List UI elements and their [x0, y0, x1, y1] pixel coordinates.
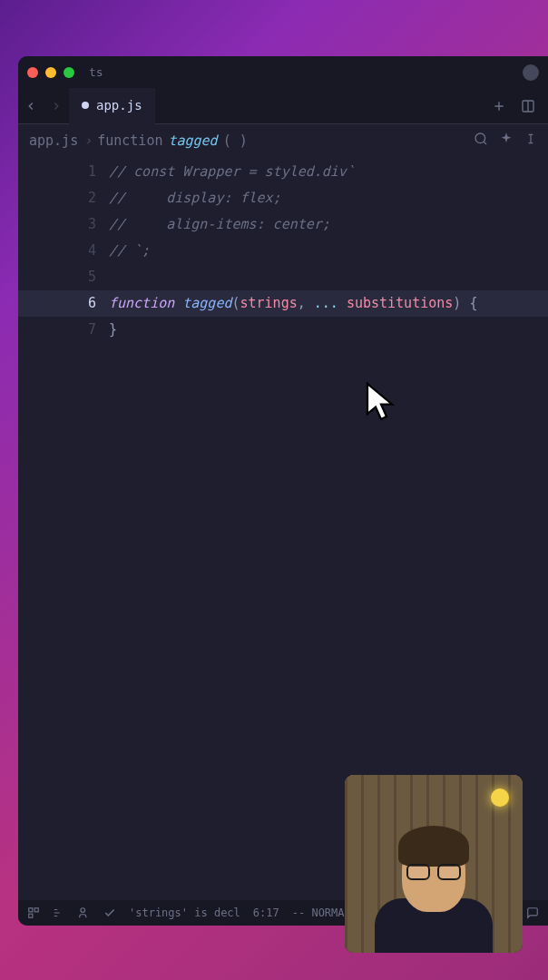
line-number: 5: [18, 264, 96, 290]
tab-label: app.js: [96, 98, 142, 113]
code-line[interactable]: // align-items: center;: [109, 211, 548, 238]
breadcrumb-keyword: function: [97, 132, 162, 149]
webcam-overlay: [345, 775, 523, 953]
code-line[interactable]: // `;: [109, 238, 548, 264]
breadcrumb-file[interactable]: app.js: [29, 132, 78, 149]
avatar[interactable]: [523, 64, 539, 81]
tree-icon[interactable]: [53, 906, 65, 919]
breadcrumb-separator: ›: [83, 132, 92, 149]
feedback-icon[interactable]: [526, 906, 539, 919]
sparkle-icon[interactable]: [499, 132, 514, 150]
forward-button[interactable]: [44, 93, 69, 119]
new-tab-button[interactable]: [486, 93, 512, 119]
breadcrumb-params: ( ): [223, 132, 248, 149]
cursor-text-icon[interactable]: [524, 131, 537, 151]
svg-line-3: [484, 142, 486, 144]
svg-rect-6: [29, 914, 33, 917]
layout-icon[interactable]: [27, 906, 40, 919]
close-button[interactable]: [27, 67, 38, 78]
cursor-position[interactable]: 6:17: [253, 906, 279, 919]
titlebar: ts: [18, 56, 548, 88]
svg-point-2: [475, 133, 485, 143]
line-number: 7: [18, 317, 96, 343]
line-number: 2: [18, 185, 96, 211]
line-number: 1: [18, 159, 96, 185]
breadcrumb-function[interactable]: tagged: [168, 132, 217, 149]
mouse-cursor-icon: [365, 381, 397, 428]
svg-rect-5: [34, 908, 38, 912]
code-line[interactable]: // const Wrapper = styled.div`: [109, 159, 548, 185]
people-icon[interactable]: [78, 906, 91, 919]
svg-rect-4: [29, 908, 33, 912]
tab-app-js[interactable]: app.js: [69, 88, 155, 124]
breadcrumb: app.js › function tagged ( ): [18, 124, 548, 157]
search-icon[interactable]: [474, 132, 488, 150]
code-line[interactable]: [109, 264, 548, 290]
minimize-button[interactable]: [45, 67, 56, 78]
tabbar: app.js: [18, 88, 548, 124]
diagnostic-text[interactable]: 'strings' is decl: [129, 906, 240, 919]
line-number: 6⚡: [18, 290, 96, 317]
code-line[interactable]: // display: flex;: [109, 185, 548, 211]
check-icon[interactable]: [103, 906, 116, 919]
window-title: ts: [89, 65, 103, 79]
svg-point-7: [81, 908, 85, 913]
line-number: 4: [18, 238, 96, 264]
modified-indicator-icon: [82, 102, 89, 109]
maximize-button[interactable]: [64, 67, 74, 78]
split-editor-button[interactable]: [515, 93, 541, 119]
line-number-gutter: 123456⚡7: [18, 157, 109, 900]
traffic-lights: [27, 67, 74, 78]
back-button[interactable]: [18, 93, 44, 119]
code-line[interactable]: }: [109, 317, 548, 343]
line-number: 3: [18, 211, 96, 238]
